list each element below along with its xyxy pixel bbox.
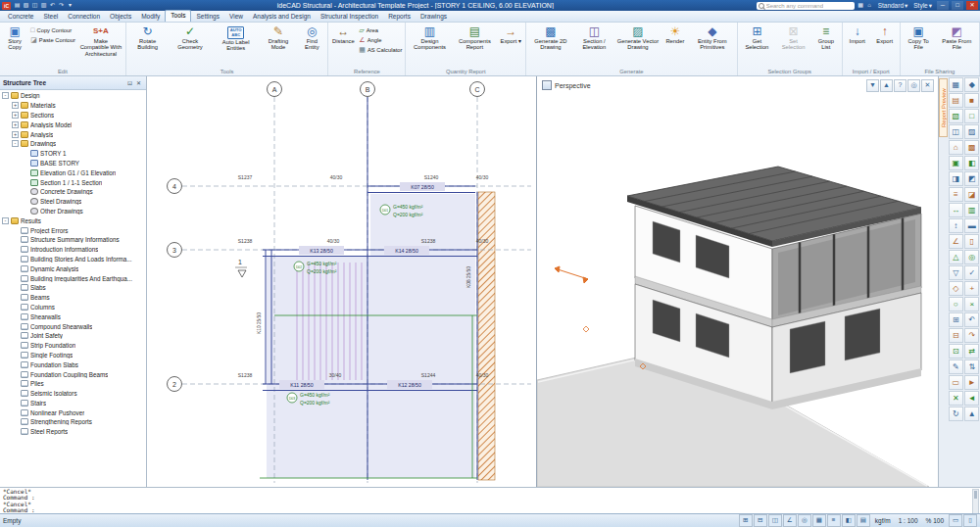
tree-item-section-1-1-1-section[interactable]: Section 1 / 1-1 Section [0, 177, 146, 187]
grid-settings-icon[interactable]: ▦ [857, 1, 865, 10]
maximize-button[interactable]: □ [952, 1, 963, 10]
tree-item-beams[interactable]: Beams [0, 293, 146, 303]
status-icon[interactable]: ▤ [857, 514, 870, 527]
right-tool-icon[interactable]: ⌂ [949, 140, 963, 155]
right-tool-icon[interactable]: ▬ [964, 218, 979, 233]
right-tool-icon[interactable]: ≡ [949, 187, 963, 202]
right-tool-icon[interactable]: ↶ [964, 312, 979, 327]
right-tool-icon[interactable]: ✕ [949, 391, 963, 406]
right-tool-icon[interactable]: ↔ [949, 203, 963, 217]
tree-item-project-errors[interactable]: Project Errors [0, 225, 146, 235]
style-dropdown[interactable]: Style▾ [911, 2, 934, 10]
minimize-button[interactable]: ─ [937, 1, 949, 10]
right-tool-icon[interactable]: + [964, 281, 979, 296]
right-tool-icon[interactable]: ▨ [964, 124, 979, 139]
tab-structural-inspection[interactable]: Structural Inspection [316, 12, 383, 22]
right-tool-icon[interactable]: ⇄ [964, 344, 979, 359]
tab-analysis-and-design[interactable]: Analysis and Design [248, 12, 316, 22]
collapse-icon[interactable]: - [2, 92, 9, 99]
right-tool-icon[interactable]: ◧ [964, 156, 979, 170]
as-calculator-button[interactable]: ▦AS Calculator [357, 45, 404, 54]
paste-from-file-button[interactable]: ◩Paste From File [936, 24, 978, 68]
right-tool-icon[interactable]: △ [949, 250, 963, 264]
close-icon[interactable]: ✕ [134, 79, 143, 86]
tree-item-compound-shearwalls[interactable]: Compound Shearwalls [0, 321, 146, 331]
save-icon[interactable]: ◫ [30, 1, 39, 10]
tab-drawings[interactable]: Drawings [416, 12, 452, 22]
tree-item-other-drawings[interactable]: Other Drawings [0, 207, 146, 216]
status-icon[interactable]: ◎ [798, 514, 811, 527]
right-tool-icon[interactable]: ∠ [949, 234, 963, 249]
tab-tools[interactable]: Tools [165, 10, 191, 22]
design-components-button[interactable]: ▥Design Components [407, 24, 452, 68]
new-file-icon[interactable]: ▤ [13, 1, 22, 10]
right-tool-icon[interactable]: ⇅ [964, 359, 979, 374]
status-icon[interactable]: ⊞ [739, 514, 753, 527]
expand-icon[interactable]: + [12, 112, 19, 119]
right-tool-icon[interactable]: ◆ [964, 77, 979, 92]
quick-access-menu-icon[interactable]: ▾ [66, 1, 74, 10]
tree-item-foundation-slabs[interactable]: Foundation Slabs [0, 359, 146, 369]
command-scrollbar[interactable] [972, 489, 979, 514]
tree-item-steel-drawings[interactable]: Steel Drawings [0, 197, 146, 207]
right-tool-icon[interactable]: ↻ [949, 407, 963, 421]
tree-item-building-irregularities-and-earthqua[interactable]: Building Irregularities And Earthqua... [0, 273, 146, 283]
tree-item-columns[interactable]: Columns [0, 303, 146, 312]
report-preview-tab[interactable]: Report Preview [939, 78, 948, 137]
import-button[interactable]: ↓Import [844, 24, 871, 68]
tree-item-steel-reports[interactable]: Steel Reports [0, 427, 146, 437]
help-icon[interactable]: ? [894, 79, 906, 92]
set-selection-button[interactable]: ⊠Set Selection [775, 24, 811, 68]
tree-item-analysis-model[interactable]: +Analysis Model [0, 120, 146, 129]
status-icon[interactable]: ⊟ [754, 514, 767, 527]
group-list-button[interactable]: ≡Group List [811, 24, 841, 68]
right-tool-icon[interactable]: ○ [949, 297, 963, 311]
tree-item-building-stories-and-loads-informa[interactable]: Building Stories And Loads Informa... [0, 255, 146, 264]
copy-contour-button[interactable]: □Copy Contour [28, 25, 77, 34]
tree-item-results[interactable]: -Results [0, 216, 146, 225]
tree-item-stairs[interactable]: Stairs [0, 399, 146, 408]
unit-indicator[interactable]: kgf/m [872, 517, 894, 524]
collapse-icon[interactable]: - [12, 140, 19, 147]
drafting-mode-button[interactable]: ✎Drafting Mode [260, 24, 298, 68]
close-button[interactable]: ✕ [966, 1, 978, 10]
render-button[interactable]: ☀Render [662, 24, 689, 68]
right-tool-icon[interactable]: ◪ [964, 187, 979, 202]
status-icon[interactable]: ∠ [783, 514, 797, 527]
right-tool-icon[interactable]: ▽ [949, 265, 963, 280]
tab-steel[interactable]: Steel [38, 12, 63, 22]
redo-icon[interactable]: ↷ [57, 1, 66, 10]
2d-drawing-viewport[interactable]: A B C 4 3 2 S1237 40/30 S1240 40/30 S123… [147, 76, 537, 487]
view-menu-icon[interactable]: ▼ [866, 79, 879, 92]
paste-contour-button[interactable]: ◪Paste Contour [28, 35, 77, 44]
close-view-icon[interactable]: ✕ [921, 79, 934, 92]
right-tool-icon[interactable]: ▲ [964, 407, 979, 421]
command-panel[interactable]: *Cancel*Command :*Cancel*Command : [0, 487, 980, 513]
right-tool-icon[interactable]: × [964, 297, 979, 311]
section-elevation-button[interactable]: ◫Section / Elevation [574, 24, 614, 68]
right-tool-icon[interactable]: ▥ [964, 203, 979, 217]
tree-item-dynamic-analysis[interactable]: Dynamic Analysis [0, 264, 146, 273]
export-file-button[interactable]: ↑Export [871, 24, 899, 68]
right-tool-icon[interactable]: ↷ [964, 328, 979, 343]
print-icon[interactable]: ▥ [39, 1, 48, 10]
find-entity-button[interactable]: ◎Find Entity [297, 24, 326, 68]
tree-item-shearwalls[interactable]: Shearwalls [0, 311, 146, 321]
open-file-icon[interactable]: ▧ [22, 1, 30, 10]
status-icon[interactable]: ≡ [827, 514, 841, 527]
generate-vector-drawing-button[interactable]: ▨Generate Vector Drawing [614, 24, 662, 68]
pin-icon[interactable]: ⊡ [125, 79, 134, 86]
copy-to-file-button[interactable]: ▣Copy To File [902, 24, 936, 68]
status-icon[interactable]: ▦ [812, 514, 826, 527]
distance-button[interactable]: ↔Distance [329, 24, 357, 68]
right-tool-icon[interactable]: ⊟ [949, 328, 963, 343]
right-tool-icon[interactable]: ▤ [949, 93, 963, 108]
right-tool-icon[interactable]: ▦ [949, 77, 963, 92]
right-tool-icon[interactable]: ▭ [949, 375, 963, 390]
rotate-building-button[interactable]: ↻Rotate Building [127, 24, 168, 68]
right-tool-icon[interactable]: ▣ [949, 156, 963, 170]
right-tool-icon[interactable]: ✎ [949, 359, 963, 374]
right-tool-icon[interactable]: ◫ [949, 124, 963, 139]
area-button[interactable]: ▱Area [357, 25, 404, 34]
workspace-icon[interactable]: ⌂ [865, 1, 874, 10]
